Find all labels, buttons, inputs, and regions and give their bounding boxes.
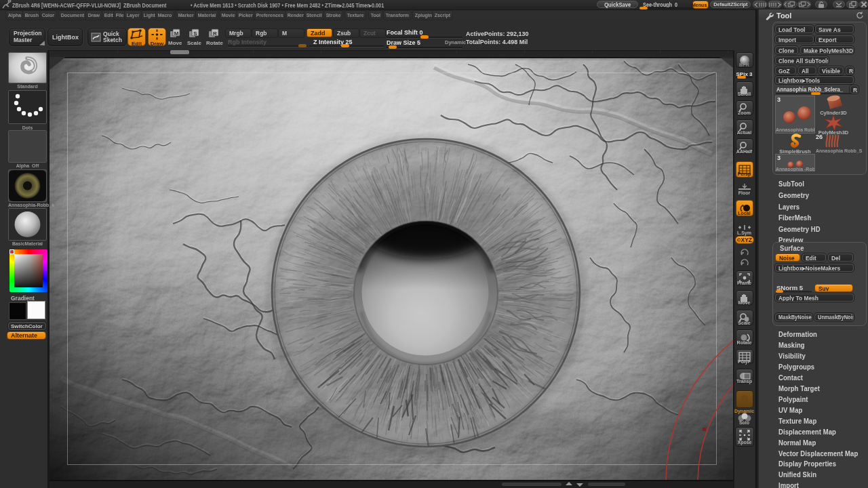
svg-text:S: S xyxy=(193,30,197,37)
svg-text:R: R xyxy=(213,30,217,37)
svg-text:M: M xyxy=(174,30,179,37)
